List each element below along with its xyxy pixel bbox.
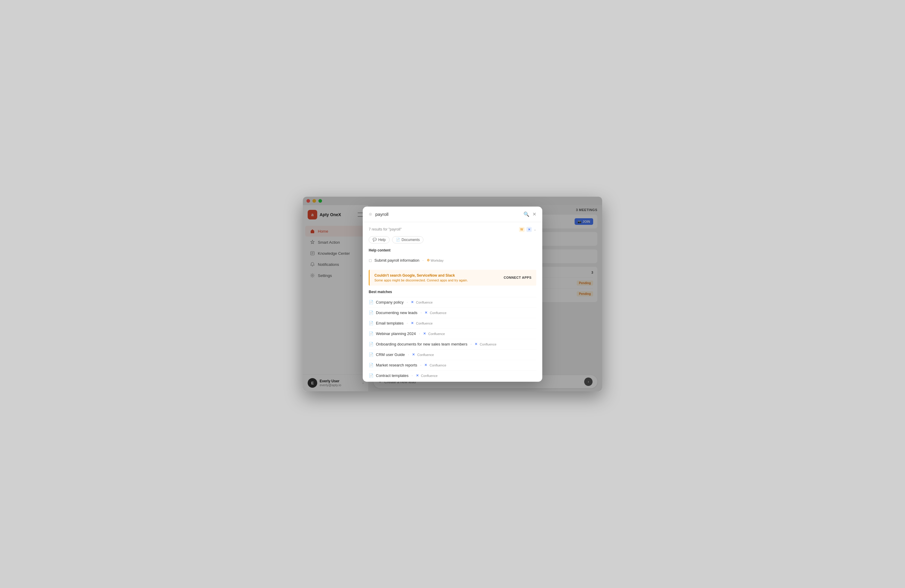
doc-icon-3: 📄 xyxy=(369,331,373,336)
search-clear-icon[interactable]: ⊗ xyxy=(369,212,372,216)
doc-name-5: CRM user Guide xyxy=(376,352,405,357)
app-window: a Apty OneX Home Sma xyxy=(303,197,602,391)
workday-filter-icon[interactable]: W xyxy=(519,227,525,232)
doc-icon-7: 📄 xyxy=(369,373,373,378)
results-summary: 7 results for "payroll" W ✕ ⌄ xyxy=(369,227,536,232)
search-modal: ⊗ payroll 🔍 ✕ 7 results for "payroll" W … xyxy=(363,207,542,382)
help-tab-icon: 💬 xyxy=(373,238,377,242)
doc-item-7[interactable]: 📄 Contract templates · ✕ Confluence xyxy=(369,370,536,381)
confluence-label-1: Confluence xyxy=(430,311,446,315)
search-close-icon[interactable]: ✕ xyxy=(532,211,536,217)
doc-item-2[interactable]: 📄 Email templates · ✕ Confluence xyxy=(369,318,536,329)
modal-overlay: ⊗ payroll 🔍 ✕ 7 results for "payroll" W … xyxy=(303,197,602,391)
help-tab-label: Help xyxy=(378,238,386,242)
confluence-icon-6: ✕ xyxy=(424,363,427,367)
modal-search-bar: ⊗ payroll 🔍 ✕ xyxy=(363,207,542,222)
confluence-icon-4: ✕ xyxy=(475,342,477,346)
doc-name-4: Onboarding documents for new sales team … xyxy=(376,342,467,346)
confluence-filter-icon[interactable]: ✕ xyxy=(526,227,532,232)
doc-item-8[interactable]: 📄 Documenting new leads · ✕ Confluence xyxy=(369,381,536,382)
confluence-label-4: Confluence xyxy=(480,343,497,346)
filter-icons: W ✕ ⌄ xyxy=(519,227,536,232)
doc-name-7: Contract templates xyxy=(376,373,408,378)
confluence-icon-7: ✕ xyxy=(416,373,419,378)
warning-title: Couldn't search Google, ServiceNow and S… xyxy=(375,273,468,278)
results-count-text: 7 results for "payroll" xyxy=(369,227,402,231)
filter-tab-help[interactable]: 💬 Help xyxy=(369,236,390,243)
confluence-label-0: Confluence xyxy=(416,300,433,304)
confluence-icon-0: ✕ xyxy=(411,300,414,304)
confluence-label-3: Confluence xyxy=(428,332,445,335)
help-item-source-0: ⚙ Workday xyxy=(427,258,443,262)
doc-item-6[interactable]: 📄 Market research reports · ✕ Confluence xyxy=(369,360,536,370)
help-item-text-0: Submit payroll information xyxy=(375,258,419,262)
warning-subtitle: Some apps might be disconnected. Connect… xyxy=(375,278,468,282)
doc-icon-1: 📄 xyxy=(369,310,373,315)
confluence-icon-1: ✕ xyxy=(425,311,427,315)
confluence-icon-5: ✕ xyxy=(412,353,415,357)
confluence-label-6: Confluence xyxy=(429,364,446,367)
workday-logo-icon: ⚙ xyxy=(427,258,430,262)
doc-name-3: Webinar planning 2024 xyxy=(376,331,416,336)
doc-name-2: Email templates xyxy=(376,321,403,326)
help-section-title: Help content xyxy=(369,248,536,253)
confluence-label-7: Confluence xyxy=(421,374,438,378)
doc-name-6: Market research reports xyxy=(376,363,417,367)
doc-icon-5: 📄 xyxy=(369,352,373,357)
doc-item-1[interactable]: 📄 Documenting new leads · ✕ Confluence xyxy=(369,307,536,318)
doc-icon-2: 📄 xyxy=(369,321,373,326)
doc-item-4[interactable]: 📄 Onboarding documents for new sales tea… xyxy=(369,339,536,350)
connect-apps-button[interactable]: CONNECT APPS xyxy=(504,276,532,279)
filter-tab-documents[interactable]: 📄 Documents xyxy=(392,236,424,243)
help-item-0[interactable]: ◻ Submit payroll information · ⚙ Workday xyxy=(369,255,536,265)
search-magnify-icon[interactable]: 🔍 xyxy=(524,211,529,217)
doc-name-1: Documenting new leads xyxy=(376,310,418,315)
help-item-icon-0: ◻ xyxy=(369,258,372,262)
doc-icon-4: 📄 xyxy=(369,342,373,346)
filter-chevron-icon[interactable]: ⌄ xyxy=(533,227,536,231)
filter-tabs: 💬 Help 📄 Documents xyxy=(369,236,536,243)
warning-banner: Couldn't search Google, ServiceNow and S… xyxy=(369,270,536,286)
doc-icon-6: 📄 xyxy=(369,363,373,367)
doc-icon-0: 📄 xyxy=(369,300,373,305)
documents-tab-icon: 📄 xyxy=(396,238,400,242)
confluence-icon-3: ✕ xyxy=(423,332,426,335)
workday-source-label: Workday xyxy=(431,259,443,262)
documents-tab-label: Documents xyxy=(402,238,420,242)
best-matches-title: Best matches xyxy=(369,290,536,294)
search-query-text: payroll xyxy=(375,212,521,217)
doc-item-5[interactable]: 📄 CRM user Guide · ✕ Confluence xyxy=(369,350,536,360)
confluence-label-5: Confluence xyxy=(417,353,434,357)
confluence-label-2: Confluence xyxy=(416,321,433,325)
doc-item-3[interactable]: 📄 Webinar planning 2024 · ✕ Confluence xyxy=(369,329,536,339)
doc-item-0[interactable]: 📄 Company policy · ✕ Confluence xyxy=(369,297,536,307)
doc-name-0: Company policy xyxy=(376,300,404,305)
confluence-icon-2: ✕ xyxy=(411,321,414,325)
modal-body: 7 results for "payroll" W ✕ ⌄ 💬 Help 📄 xyxy=(363,222,542,382)
